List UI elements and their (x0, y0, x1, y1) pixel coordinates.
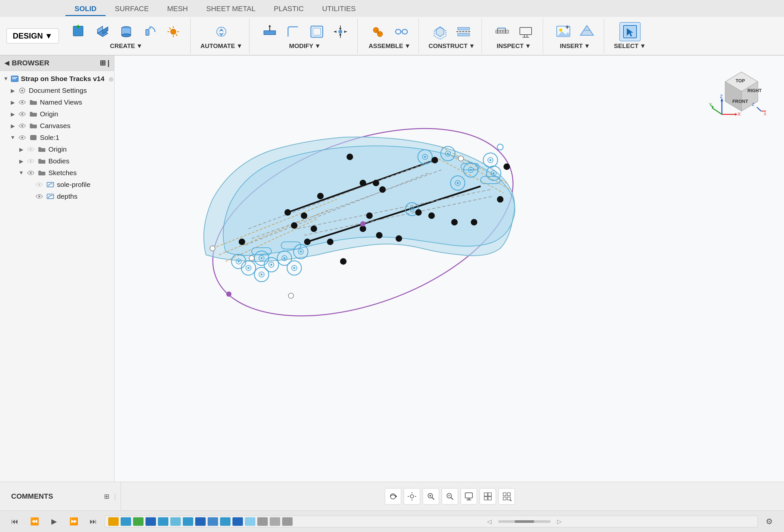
tree-item-origin[interactable]: ▶ Origin (0, 108, 114, 120)
cylinder-icon[interactable] (116, 22, 137, 41)
tree-item-canvases[interactable]: ▶ Canvases (0, 120, 114, 132)
tl-scroll-right-icon[interactable]: ▷ (557, 518, 562, 525)
select-label[interactable]: SELECT ▼ (614, 42, 646, 50)
tl-scroll-left-icon[interactable]: ◁ (487, 518, 492, 525)
construct-label[interactable]: CONSTRUCT ▼ (429, 42, 475, 50)
comments-pin-btn[interactable]: ⊞ (104, 493, 110, 500)
tab-plastic[interactable]: PLASTIC (265, 3, 313, 16)
insert-image-icon[interactable] (553, 22, 574, 41)
grid-settings-btn[interactable] (480, 488, 496, 505)
tl-marker-blue3[interactable] (158, 517, 168, 526)
select-icon[interactable] (620, 22, 641, 41)
depths-sketch-icon (46, 193, 55, 200)
joint-icon[interactable] (367, 22, 388, 41)
explode-icon[interactable] (163, 22, 184, 41)
tree-item-sole-profile[interactable]: sole-profile (0, 179, 114, 190)
tl-marker-blue7[interactable] (220, 517, 230, 526)
sketches-folder-icon (37, 169, 47, 177)
tree-item-sole1[interactable]: ▼ Sole:1 (0, 132, 114, 144)
revolve-icon[interactable] (139, 22, 160, 41)
tree-item-named-views[interactable]: ▶ Named Views (0, 96, 114, 108)
browser-pin-icon[interactable]: ⊞ (100, 59, 106, 67)
svg-point-78 (30, 148, 32, 150)
svg-rect-213 (488, 493, 492, 496)
zoom-area-btn[interactable] (442, 488, 458, 505)
press-pull-icon[interactable] (259, 22, 280, 41)
tree-item-doc-settings[interactable]: ▶ Document Settings (0, 85, 114, 96)
comments-divider: | (114, 492, 116, 501)
tab-sheet-metal[interactable]: SHEET METAL (197, 3, 265, 16)
svg-line-187 (757, 107, 761, 111)
insert-label[interactable]: INSERT ▼ (560, 42, 590, 50)
tab-solid[interactable]: SOLID (65, 3, 106, 16)
midplane-icon[interactable] (453, 22, 474, 41)
modify-label[interactable]: MODIFY ▼ (289, 42, 321, 50)
insert-mesh-icon[interactable] (577, 22, 597, 41)
svg-point-137 (260, 273, 262, 275)
tl-marker-orange[interactable] (108, 517, 119, 526)
pan-view-btn[interactable] (404, 488, 420, 505)
tl-marker-blue5[interactable] (195, 517, 206, 526)
tl-skip-start-btn[interactable]: ⏮ (6, 513, 23, 530)
zoom-fit-btn[interactable] (423, 488, 439, 505)
timeline-track[interactable]: ◁ ▷ (105, 516, 758, 527)
box-icon[interactable] (92, 22, 113, 41)
svg-text:Z: Z (720, 95, 723, 99)
display-icon[interactable] (515, 22, 536, 41)
offset-plane-icon[interactable] (429, 22, 450, 41)
automate-icons (211, 22, 232, 41)
shell-icon[interactable] (306, 22, 327, 41)
tl-step-back-btn[interactable]: ⏪ (26, 513, 43, 530)
timeline-scrollbar[interactable] (498, 520, 551, 523)
orbit-view-btn[interactable] (385, 488, 401, 505)
tree-item-bodies[interactable]: ▶ Bodies (0, 155, 114, 167)
design-button[interactable]: DESIGN ▼ (6, 28, 59, 43)
move-icon[interactable] (330, 22, 351, 41)
svg-point-140 (293, 267, 295, 269)
construct-text: CONSTRUCT (429, 42, 468, 50)
automate-label[interactable]: AUTOMATE ▼ (200, 42, 243, 50)
tl-skip-end-btn[interactable]: ⏭ (85, 513, 101, 530)
tl-marker-blue8[interactable] (232, 517, 243, 526)
new-component-icon[interactable] (69, 22, 90, 41)
fillet-icon[interactable] (283, 22, 304, 41)
timeline-thumb[interactable] (514, 520, 534, 523)
svg-point-168 (291, 222, 298, 229)
browser-tree: ▼ Strap on Shoe Tracks v14 ◎ ▶ Document … (0, 71, 114, 482)
tl-marker-blue2[interactable] (145, 517, 156, 526)
display-settings-btn[interactable] (461, 488, 477, 505)
viewport-layout-btn[interactable] (499, 488, 515, 505)
tl-play-btn[interactable]: ▶ (46, 513, 62, 530)
viewport[interactable]: FRONT RIGHT TOP X Z X Y (114, 56, 784, 482)
tl-step-forward-btn[interactable]: ⏩ (65, 513, 82, 530)
automate-icon[interactable] (211, 22, 232, 41)
tree-item-sole-origin[interactable]: ▶ Origin (0, 144, 114, 155)
modify-text: MODIFY (289, 42, 313, 50)
svg-marker-33 (344, 30, 346, 33)
tl-marker-gray[interactable] (257, 517, 268, 526)
tl-marker-blue1[interactable] (121, 517, 131, 526)
svg-rect-20 (264, 31, 276, 35)
tab-utilities[interactable]: UTILITIES (313, 3, 365, 16)
assemble-label[interactable]: ASSEMBLE ▼ (369, 42, 411, 50)
tl-marker-blue6[interactable] (207, 517, 218, 526)
tree-item-depths[interactable]: depths (0, 190, 114, 202)
tab-mesh[interactable]: MESH (158, 3, 197, 16)
tl-marker-light2[interactable] (245, 517, 255, 526)
tl-marker-gray3[interactable] (282, 517, 292, 526)
tl-marker-green[interactable] (133, 517, 143, 526)
timeline-settings-btn[interactable]: ⚙ (761, 513, 778, 530)
tl-marker-light-blue[interactable] (170, 517, 181, 526)
motion-link-icon[interactable] (391, 22, 412, 41)
tree-item-root[interactable]: ▼ Strap on Shoe Tracks v14 ◎ (0, 73, 114, 85)
tab-surface[interactable]: SURFACE (106, 3, 158, 16)
create-label[interactable]: CREATE ▼ (110, 42, 143, 50)
tl-marker-blue4[interactable] (183, 517, 193, 526)
svg-point-76 (21, 137, 23, 139)
tree-item-sketches[interactable]: ▼ Sketches (0, 167, 114, 179)
modify-arrow: ▼ (314, 42, 321, 50)
measure-icon[interactable] (492, 22, 513, 41)
view-cube[interactable]: FRONT RIGHT TOP X Z X Y (715, 65, 768, 118)
inspect-label[interactable]: INSPECT ▼ (497, 42, 531, 50)
tl-marker-gray2[interactable] (270, 517, 280, 526)
